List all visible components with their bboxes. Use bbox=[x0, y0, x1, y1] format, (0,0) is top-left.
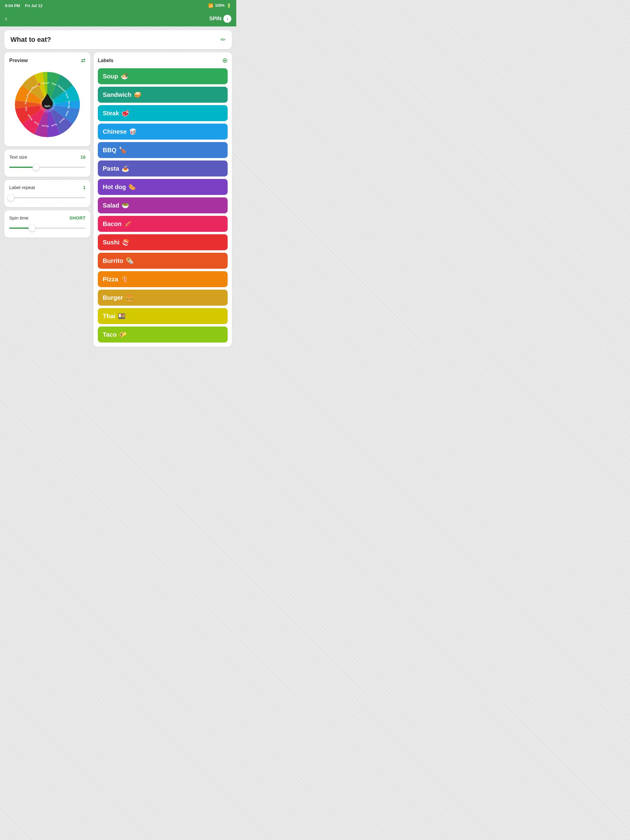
text-size-label: Text size bbox=[9, 154, 27, 159]
label-emoji: 🌯 bbox=[126, 257, 133, 264]
label-emoji: 🥓 bbox=[124, 220, 131, 227]
main-content: What to eat? ✏ Preview ⇄ bbox=[0, 27, 236, 351]
spin-time-value: SHORT bbox=[70, 215, 86, 221]
spin-time-card: Spin time SHORT bbox=[4, 210, 90, 238]
label-item[interactable]: Salad🥗 bbox=[98, 197, 228, 213]
page-title: What to eat? bbox=[11, 36, 51, 44]
label-emoji: 🍕 bbox=[120, 275, 128, 283]
label-item[interactable]: Burrito🌯 bbox=[98, 253, 228, 269]
label-item[interactable]: Soup🍜 bbox=[98, 68, 228, 84]
label-emoji: 🥗 bbox=[122, 202, 129, 209]
label-text: Steak bbox=[103, 110, 119, 117]
label-text: Pizza bbox=[103, 276, 118, 283]
label-repeat-value: 1 bbox=[83, 185, 85, 190]
wheel-container: Soup 🍜 Sandwich Steak 🥩 Chinese Stew San… bbox=[9, 68, 85, 141]
svg-text:Hot dog: Hot dog bbox=[68, 101, 70, 109]
label-item[interactable]: Thai🍱 bbox=[98, 308, 228, 324]
right-panel: Labels ⊕ Soup🍜Sandwich🥪Steak🥩Chinese🥡BBQ… bbox=[93, 52, 232, 347]
label-text: Salad bbox=[103, 202, 119, 209]
labels-header: Labels ⊕ bbox=[98, 57, 228, 65]
spin-time-header: Spin time SHORT bbox=[9, 215, 85, 221]
shuffle-icon[interactable]: ⇄ bbox=[81, 57, 85, 64]
label-emoji: 🍔 bbox=[125, 294, 133, 301]
label-text: Bacon bbox=[103, 221, 122, 227]
label-item[interactable]: Taco🌮 bbox=[98, 327, 228, 343]
label-item[interactable]: BBQ🍗 bbox=[98, 142, 228, 158]
labels-list: Soup🍜Sandwich🥪Steak🥩Chinese🥡BBQ🍗Pasta🍝Ho… bbox=[98, 68, 228, 343]
label-emoji: 🌮 bbox=[119, 331, 127, 338]
label-text: Burrito bbox=[103, 257, 123, 264]
spin-time-label: Spin time bbox=[9, 215, 28, 221]
status-time: 9:04 PM bbox=[5, 3, 20, 8]
label-text: Hot dog bbox=[103, 183, 126, 191]
label-emoji: 🍱 bbox=[118, 313, 125, 320]
labels-title: Labels bbox=[98, 58, 114, 63]
label-repeat-label: Label repeat bbox=[9, 185, 35, 190]
label-text: Soup bbox=[103, 73, 118, 80]
text-size-value: 16 bbox=[80, 154, 85, 159]
label-emoji: 🥪 bbox=[134, 91, 141, 98]
label-repeat-slider-track[interactable] bbox=[9, 193, 85, 202]
svg-text:Spin: Spin bbox=[44, 104, 51, 107]
label-item[interactable]: Bacon🥓 bbox=[98, 216, 228, 232]
nav-bar: ‹ SPIN › bbox=[0, 11, 236, 27]
label-text: Burger bbox=[103, 294, 123, 301]
label-text: Chinese bbox=[103, 128, 127, 135]
spin-arrow-icon: › bbox=[223, 15, 231, 23]
two-column-layout: Preview ⇄ bbox=[4, 52, 232, 347]
label-emoji: 🌭 bbox=[128, 183, 136, 191]
label-item[interactable]: Chinese🥡 bbox=[98, 123, 228, 140]
wheel-wrapper: Soup 🍜 Sandwich Steak 🥩 Chinese Stew San… bbox=[14, 71, 81, 138]
left-panel: Preview ⇄ bbox=[4, 52, 90, 238]
label-item[interactable]: Pasta🍝 bbox=[98, 161, 228, 177]
label-emoji: 🍗 bbox=[119, 146, 127, 154]
label-item[interactable]: Pizza🍕 bbox=[98, 271, 228, 287]
label-text: Pasta bbox=[103, 165, 119, 172]
label-text: Sushi bbox=[103, 239, 119, 246]
label-emoji: 🍝 bbox=[122, 165, 129, 172]
label-item[interactable]: Hot dog🌭 bbox=[98, 179, 228, 195]
label-emoji: 🍜 bbox=[120, 73, 128, 80]
status-bar: 9:04 PM Fri Jul 12 📶 100% 🔋 bbox=[0, 0, 236, 11]
label-repeat-card: Label repeat 1 bbox=[4, 180, 90, 207]
preview-card: Preview ⇄ bbox=[4, 52, 90, 146]
preview-label: Preview bbox=[9, 58, 28, 63]
label-item[interactable]: Sushi🍣 bbox=[98, 234, 228, 250]
label-item[interactable]: Steak🥩 bbox=[98, 105, 228, 121]
label-text: Thai bbox=[103, 313, 116, 320]
spin-time-slider-track[interactable] bbox=[9, 224, 85, 233]
text-size-card: Text size 16 bbox=[4, 149, 90, 177]
spin-center[interactable]: Spin bbox=[40, 93, 55, 114]
spin-label: SPIN bbox=[209, 16, 222, 22]
text-size-header: Text size 16 bbox=[9, 154, 85, 159]
label-emoji: 🥡 bbox=[129, 128, 137, 135]
label-emoji: 🥩 bbox=[122, 109, 129, 117]
preview-header: Preview ⇄ bbox=[9, 57, 85, 64]
label-text: Taco bbox=[103, 331, 117, 338]
battery-icon: 100% bbox=[215, 3, 225, 8]
battery-full-icon: 🔋 bbox=[226, 3, 231, 8]
label-item[interactable]: Sandwich🥪 bbox=[98, 87, 228, 103]
label-text: BBQ bbox=[103, 147, 116, 154]
spin-button[interactable]: SPIN › bbox=[209, 15, 231, 23]
label-item[interactable]: Burger🍔 bbox=[98, 290, 228, 306]
label-text: Sandwich bbox=[103, 91, 131, 98]
title-card: What to eat? ✏ bbox=[4, 30, 232, 49]
edit-icon[interactable]: ✏ bbox=[220, 36, 226, 43]
status-right: 📶 100% 🔋 bbox=[208, 3, 231, 8]
label-repeat-header: Label repeat 1 bbox=[9, 185, 85, 190]
text-size-slider-track[interactable] bbox=[9, 163, 85, 172]
status-date: Fri Jul 12 bbox=[25, 3, 43, 8]
add-label-button[interactable]: ⊕ bbox=[222, 57, 228, 65]
label-emoji: 🍣 bbox=[122, 238, 130, 246]
back-button[interactable]: ‹ bbox=[5, 15, 7, 23]
wifi-icon: 📶 bbox=[208, 3, 213, 8]
